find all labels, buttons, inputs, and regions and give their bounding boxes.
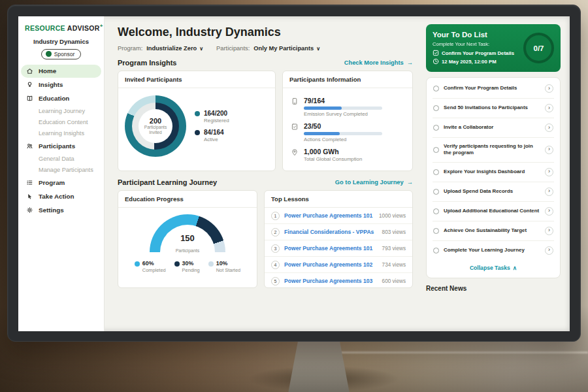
sidebar-item-participants[interactable]: Participants [21,140,101,153]
lesson-row: 3 Power Purchase Agreements 101 793 view… [265,240,412,257]
chevron-right-icon[interactable]: › [545,246,553,255]
legend-item-completed: 60% Completed [135,260,166,273]
todo-next-task-label: Confirm Your Program Details [442,50,514,56]
task-checkbox[interactable] [433,228,439,234]
task-label: Send 50 Invitations to Participants [444,105,540,111]
sidebar-item-learning-insights[interactable]: Learning Insights [18,128,104,139]
learning-journey-heading: Participant Learning Journey [118,178,217,186]
lesson-link[interactable]: Power Purchase Agreements 101 [284,245,378,252]
todo-subtitle: Complete Your Next Task: [433,41,519,47]
sidebar-item-education[interactable]: Education [21,92,101,105]
task-label: Invite a Collaborator [444,124,540,131]
sidebar-item-general-data[interactable]: General Data [18,154,104,165]
task-checkbox[interactable] [433,105,439,111]
lesson-rank: 3 [271,244,280,253]
stat-value: 79/164 [304,97,382,105]
lesson-link[interactable]: Power Purchase Agreements 101 [284,212,374,219]
sidebar-item-home[interactable]: Home [21,65,101,78]
go-to-learning-journey-link[interactable]: Go to Learning Journey → [335,179,413,186]
legend-item-active: 84/164 Active [195,129,229,142]
task-row-upload-educational-content[interactable]: Upload Additional Educational Content › [433,202,554,221]
task-row-send-invitations[interactable]: Send 50 Invitations to Participants › [433,99,554,118]
legend-label: Completed [142,267,166,273]
task-checkbox[interactable] [433,86,439,91]
program-filter-dropdown[interactable]: Industrialize Zero ∨ [146,45,203,52]
lesson-row: 5 Power Purchase Agreements 103 600 view… [265,273,412,288]
page-title: Welcome, Industry Dynamics [118,25,413,39]
donut-center-value: 200 [150,117,161,125]
task-checkbox[interactable] [433,248,439,253]
check-more-insights-link[interactable]: Check More Insights → [344,59,413,66]
sidebar-item-education-content[interactable]: Education Content [18,117,104,128]
link-label: Go to Learning Journey [335,179,404,186]
participants-filter-label: Participants: [216,45,250,52]
lesson-views: 1000 views [379,213,406,219]
chevron-right-icon[interactable]: › [545,146,553,154]
sponsor-label: Sponsor [54,51,75,57]
legend-dot [195,130,200,135]
legend-item-registered: 164/200 Registered [195,110,229,123]
arrow-right-icon: → [407,59,413,66]
sidebar-item-take-action[interactable]: Take Action [21,190,101,203]
sidebar-item-label: General Data [39,155,74,162]
task-row-invite-collaborator[interactable]: Invite a Collaborator › [433,118,554,138]
task-row-achieve-target[interactable]: Achieve One Sustainability Target › [433,221,554,241]
chevron-right-icon[interactable]: › [545,123,553,132]
invited-participants-donut-chart: 200 Participants Invited [125,95,186,157]
lesson-views: 600 views [382,278,406,284]
lesson-views: 734 views [382,262,406,268]
chevron-right-icon[interactable]: › [545,207,553,216]
stat-actions-completed: 23/50 Actions Completed [291,122,404,142]
program-filter-value: Industrialize Zero [146,45,197,52]
people-icon [26,142,34,150]
logo-advisor: ADVISOR [67,24,100,32]
progress-bar [304,132,382,135]
lesson-row: 1 Power Purchase Agreements 101 1000 vie… [265,208,412,224]
logo-resource: RESOURCE [25,24,65,32]
task-checkbox[interactable] [433,189,439,195]
legend-label: Registered [204,118,229,123]
chevron-right-icon[interactable]: › [545,104,553,112]
legend-dot [174,261,180,267]
program-insights-header: Program Insights Check More Insights → [118,59,413,67]
legend-value: 164/200 [204,110,229,117]
collapse-tasks-link[interactable]: Collapse Tasks ∧ [433,260,554,276]
legend-value: 10% [216,260,240,267]
sidebar-item-settings[interactable]: Settings [21,204,101,217]
chevron-right-icon[interactable]: › [545,188,553,196]
filters-bar: Program: Industrialize Zero ∨ Participan… [118,45,413,52]
logo-plus: + [100,23,103,29]
task-row-complete-learning-journey[interactable]: Complete Your Learning Journey › [433,241,554,260]
legend-value: 84/164 [204,129,224,136]
education-progress-gauge: 150 Participants [150,214,225,255]
participants-filter-dropdown[interactable]: Only My Participants ∨ [253,45,320,52]
task-checkbox[interactable] [433,125,439,131]
lesson-link[interactable]: Power Purchase Agreements 102 [284,261,378,268]
sidebar-item-label: Settings [39,206,64,214]
sidebar-item-learning-journey[interactable]: Learning Journey [18,106,104,117]
lesson-link[interactable]: Power Purchase Agreements 103 [284,278,378,284]
card-title: Participants Information [283,71,412,88]
task-checkbox[interactable] [433,147,439,153]
task-checkbox[interactable] [433,208,439,214]
task-row-verify-participants[interactable]: Verify participants requesting to join t… [433,138,554,163]
sidebar-item-label: Participants [39,142,75,150]
chevron-right-icon[interactable]: › [545,227,553,235]
task-row-upload-spend-data[interactable]: Upload Spend Data Records › [433,182,554,202]
stat-label: Actions Completed [304,137,382,142]
lesson-rank: 4 [271,261,280,269]
lesson-link[interactable]: Financial Considerations - VPPAs [284,229,378,235]
task-label: Confirm Your Program Details [444,85,540,91]
chevron-right-icon[interactable]: › [545,84,553,93]
sidebar-item-manage-participants[interactable]: Manage Participants [18,165,104,176]
sidebar-item-insights[interactable]: Insights [21,78,101,91]
task-row-confirm-program[interactable]: Confirm Your Program Details › [433,79,554,99]
stat-label: Total Global Consumption [304,156,362,162]
lesson-row: 4 Power Purchase Agreements 102 734 view… [265,257,412,273]
sidebar-item-program[interactable]: Program [21,176,101,189]
task-row-explore-insights[interactable]: Explore Your Insights Dashboard › [433,163,554,182]
task-checkbox[interactable] [433,169,439,175]
stat-value: 23/50 [304,122,382,130]
chevron-right-icon[interactable]: › [545,168,553,176]
legend-label: Not Started [216,267,240,273]
